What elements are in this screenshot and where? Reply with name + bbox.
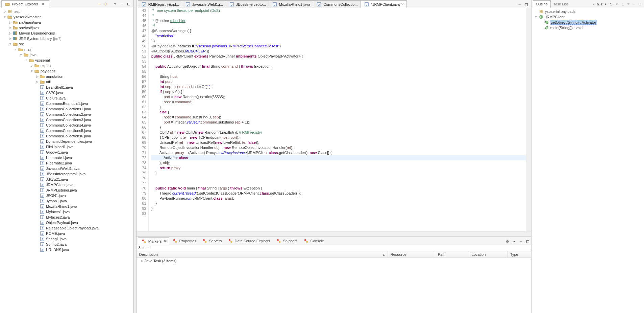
editor-tab[interactable]: JavassistWeld1.j... <box>182 0 226 8</box>
editor-tab[interactable]: *JRMPClient.java✕ <box>361 0 407 8</box>
twisty-icon[interactable] <box>35 156 39 160</box>
sort-icon[interactable]: a↓z <box>597 2 602 6</box>
twisty-icon[interactable]: ▷ <box>8 26 12 30</box>
tree-item[interactable]: BeanShell1.java <box>0 85 133 90</box>
column-header[interactable]: Description ▴ <box>137 251 388 258</box>
maximize-view-icon[interactable] <box>638 2 642 6</box>
tree-item[interactable]: ▷Maven Dependencies <box>0 30 133 36</box>
twisty-icon[interactable] <box>35 139 39 143</box>
minimize-view-icon[interactable] <box>518 239 524 245</box>
tree-item[interactable]: JBossInterceptors1.java <box>0 171 133 177</box>
twisty-icon[interactable]: ▷ <box>35 74 39 79</box>
code-line[interactable] <box>151 181 526 186</box>
twisty-icon[interactable] <box>35 183 39 187</box>
code-line[interactable]: Activator.class <box>151 155 526 160</box>
twisty-icon[interactable]: ▿ <box>24 58 28 62</box>
tree-item[interactable]: ▿java <box>0 52 133 58</box>
twisty-icon[interactable] <box>35 161 39 165</box>
focus-icon[interactable]: ⊕ <box>592 2 596 6</box>
twisty-icon[interactable] <box>534 9 538 14</box>
twisty-icon[interactable] <box>35 210 39 214</box>
tree-item[interactable]: ▷test <box>0 9 133 14</box>
tree-item[interactable]: Spring1.java <box>0 236 133 242</box>
twisty-icon[interactable] <box>35 102 39 106</box>
outline-item[interactable]: main(String[]) : void <box>531 25 644 30</box>
tree-item[interactable]: MozillaRhino1.java <box>0 204 133 209</box>
markers-group-row[interactable]: ▷ Java Task (3 items) <box>137 258 531 264</box>
maximize-view-icon[interactable] <box>525 239 531 245</box>
code-line[interactable]: TCPEndpoint te = new TCPEndpoint(host, p… <box>151 135 526 140</box>
twisty-icon[interactable] <box>35 215 39 219</box>
view-menu-icon[interactable] <box>511 239 517 245</box>
twisty-icon[interactable] <box>540 26 544 30</box>
code-line[interactable]: } <box>151 105 526 110</box>
column-header[interactable]: Type <box>507 251 531 258</box>
twisty-icon[interactable]: ▿ <box>30 69 34 73</box>
code-line[interactable]: int port; <box>151 79 526 84</box>
bottom-tab[interactable]: Snippets <box>273 237 300 245</box>
minimize-view-icon[interactable] <box>119 1 125 7</box>
twisty-icon[interactable] <box>35 96 39 100</box>
twisty-icon[interactable]: ▿ <box>14 47 18 51</box>
bottom-tab[interactable]: Markers ✕ <box>138 237 169 245</box>
column-header[interactable]: Location <box>469 251 507 258</box>
tree-item[interactable]: CommonsCollections2.java <box>0 112 133 117</box>
java-editor[interactable]: 4344454647484950515253545556575859606162… <box>137 8 531 231</box>
code-line[interactable]: * one system thread per endpoint (DoS) <box>151 8 526 13</box>
code-line[interactable]: ObjID id = new ObjID(new Random().nextIn… <box>151 130 526 135</box>
outline-item[interactable]: ▿JRMPClient <box>531 14 644 20</box>
tree-item[interactable]: ▷annotation <box>0 74 133 79</box>
close-tab-icon[interactable]: ✕ <box>401 2 404 6</box>
twisty-icon[interactable] <box>35 194 39 198</box>
project-explorer-tree[interactable]: ▷test▿ysoserial-master▷src/main/java▷src… <box>0 8 133 313</box>
twisty-icon[interactable]: ▿ <box>8 42 12 46</box>
tree-item[interactable]: JRMPClient.java <box>0 182 133 187</box>
hide-local-icon[interactable]: L <box>620 2 625 6</box>
close-tab-icon[interactable]: ✕ <box>163 239 166 243</box>
twisty-icon[interactable]: ▿ <box>534 15 538 19</box>
view-menu-icon[interactable] <box>626 2 631 6</box>
code-line[interactable]: } <box>151 171 526 176</box>
tree-item[interactable]: URLDNS.java <box>0 247 133 252</box>
code-line[interactable]: */ <box>151 23 526 28</box>
code-line[interactable]: PayloadRunner.run(JRMPClient.class, args… <box>151 196 526 201</box>
twisty-icon[interactable]: ▷ <box>30 64 34 68</box>
tree-item[interactable]: ▷util <box>0 79 133 85</box>
hide-nonpub-icon[interactable]: ○ <box>615 2 619 6</box>
code-line[interactable]: "restriction" <box>151 33 526 39</box>
twisty-icon[interactable]: ▷ <box>8 20 12 24</box>
twisty-icon[interactable] <box>35 172 39 176</box>
bottom-tab[interactable]: Data Source Explorer <box>225 237 273 245</box>
minimize-editor-icon[interactable] <box>517 2 523 8</box>
bottom-tab[interactable]: Servers <box>199 237 225 245</box>
twisty-icon[interactable] <box>35 199 39 203</box>
editor-hscroll[interactable] <box>137 231 531 237</box>
tree-item[interactable]: ▷JRE System Library[jre7] <box>0 36 133 41</box>
code-line[interactable]: public static void main ( final String[]… <box>151 186 526 191</box>
bottom-tab[interactable]: Properties <box>169 237 199 245</box>
column-header[interactable]: Path <box>435 251 469 258</box>
tree-item[interactable]: CommonsCollections6.java <box>0 133 133 139</box>
outline-tree[interactable]: ysoserial.payloads▿JRMPClientgetObject(S… <box>531 8 644 313</box>
tree-item[interactable]: ▿ysoserial-master <box>0 14 133 20</box>
code-line[interactable]: host = command; <box>151 99 526 105</box>
code-line[interactable]: if ( sep < 0 ) { <box>151 89 526 94</box>
twisty-icon[interactable] <box>35 150 39 154</box>
twisty-icon[interactable] <box>35 85 39 89</box>
twisty-icon[interactable] <box>35 118 39 122</box>
code-line[interactable]: else { <box>151 110 526 115</box>
twisty-icon[interactable] <box>35 231 39 236</box>
twisty-icon[interactable] <box>35 237 39 241</box>
twisty-icon[interactable]: ▿ <box>19 53 23 57</box>
tree-item[interactable]: DynamicDependencies.java <box>0 139 133 144</box>
twisty-icon[interactable] <box>35 91 39 95</box>
tree-item[interactable]: Jdk7u21.java <box>0 177 133 182</box>
code-line[interactable]: host = command.substring(0, sep); <box>151 115 526 120</box>
code-line[interactable] <box>151 69 526 74</box>
twisty-icon[interactable] <box>35 129 39 133</box>
link-editor-icon[interactable] <box>103 1 109 7</box>
bottom-tab[interactable]: Console <box>300 237 327 245</box>
editor-tab[interactable]: RMIRegistryExpl... <box>138 0 182 8</box>
tree-item[interactable]: JSON1.java <box>0 193 133 198</box>
tree-item[interactable]: ▿ysoserial <box>0 58 133 63</box>
